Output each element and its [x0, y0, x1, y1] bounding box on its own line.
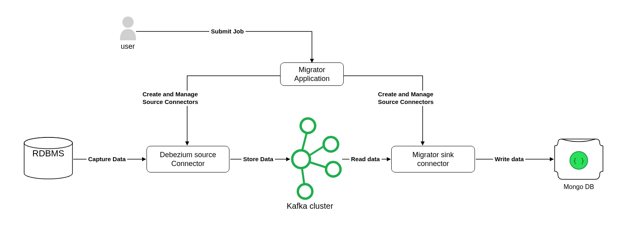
- debezium-source-connector-node: Debezium source Connector: [147, 146, 229, 172]
- store-data-edge-label: Store Data: [242, 156, 275, 163]
- svg-line-8: [302, 133, 307, 152]
- read-data-edge-label: Read data: [349, 156, 382, 163]
- submit-job-edge-label: Submit Job: [209, 28, 246, 35]
- svg-point-4: [301, 118, 315, 133]
- svg-point-3: [292, 150, 310, 168]
- svg-point-7: [298, 184, 312, 199]
- migrator-application-node: Migrator Application: [280, 62, 344, 86]
- user-node-label: user: [121, 42, 135, 51]
- manage-source-right-edge-label: Create and Manage Source Connectors: [376, 91, 444, 106]
- svg-point-5: [324, 137, 338, 152]
- debezium-source-connector-label: Debezium source Connector: [160, 150, 216, 168]
- svg-point-0: [122, 17, 134, 28]
- svg-text:{ }: { }: [573, 157, 585, 164]
- mongodb-node-label: Mongo DB: [559, 183, 599, 191]
- kafka-cluster-node-label: Kafka cluster: [274, 201, 346, 211]
- capture-data-edge-label: Capture Data: [87, 156, 127, 163]
- migrator-application-label: Migrator Application: [294, 65, 330, 83]
- manage-source-left-edge-label: Create and Manage Source Connectors: [141, 91, 208, 106]
- rdbms-node-label: RDBMS: [22, 148, 74, 159]
- svg-line-10: [309, 162, 327, 168]
- write-data-edge-label: Write data: [493, 156, 525, 163]
- svg-point-6: [326, 162, 341, 177]
- kafka-cluster-icon: [292, 118, 341, 199]
- user-icon: [120, 17, 136, 40]
- svg-line-11: [302, 167, 304, 185]
- mongodb-document-icon: { }: [555, 139, 603, 179]
- migrator-sink-connector-node: Migrator sink connector: [391, 146, 475, 172]
- svg-line-9: [309, 146, 324, 156]
- diagram-canvas: { } Migrator Application Debezium source…: [0, 0, 644, 243]
- svg-point-2: [24, 137, 72, 149]
- migrator-sink-connector-label: Migrator sink connector: [412, 150, 454, 168]
